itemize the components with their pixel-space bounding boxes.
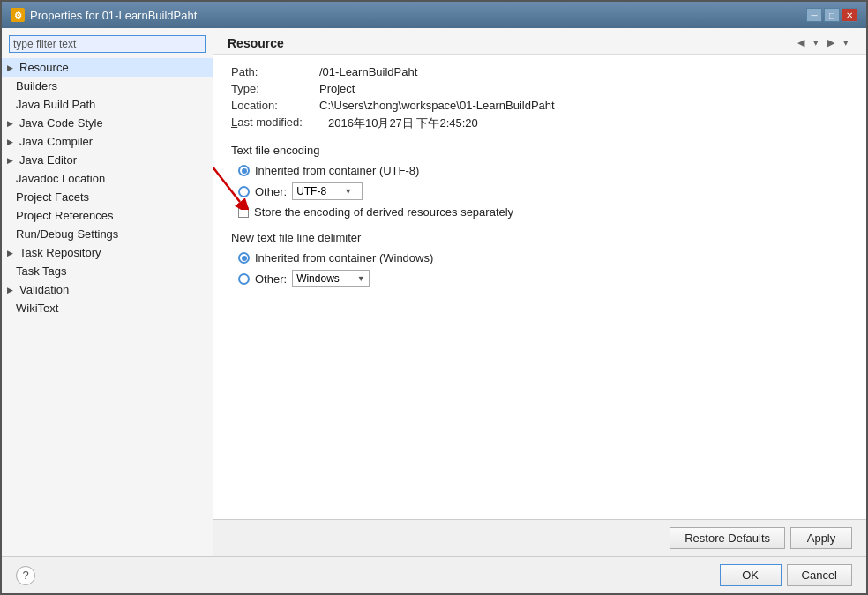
properties-dialog: ⚙ Properties for 01-LearnBuildPaht ─ □ ✕…: [0, 0, 868, 595]
expand-arrow-icon: ▶: [7, 138, 16, 146]
type-value: Project: [319, 82, 355, 95]
path-row: Path: /01-LearnBuildPaht: [231, 65, 849, 78]
sidebar-item-wikitext[interactable]: WikiText: [2, 299, 213, 317]
nav-arrows: ◀ ▾ ▶ ▾: [794, 35, 852, 50]
apply-button[interactable]: Apply: [790, 527, 852, 549]
expand-arrow-icon: ▶: [7, 156, 16, 165]
titlebar-controls[interactable]: ─ □ ✕: [806, 8, 857, 22]
titlebar-title: Properties for 01-LearnBuildPaht: [30, 9, 197, 22]
sidebar-item-run-debug-settings[interactable]: Run/Debug Settings: [2, 225, 213, 243]
location-value: C:\Users\zhong\workspace\01-LearnBuildPa…: [319, 99, 555, 112]
content-panel: Resource ◀ ▾ ▶ ▾ Path: /01-LearnBuildPah…: [213, 28, 866, 556]
sidebar-item-label: Validation: [19, 283, 69, 296]
sidebar-item-task-tags[interactable]: Task Tags: [2, 262, 213, 280]
sidebar-item-java-compiler[interactable]: ▶ Java Compiler: [2, 132, 213, 151]
titlebar-left: ⚙ Properties for 01-LearnBuildPaht: [11, 8, 197, 22]
path-value: /01-LearnBuildPaht: [319, 65, 417, 78]
main-content: ▶ Resource Builders Java Build Path ▶ Ja…: [2, 28, 866, 556]
bottom-right-buttons: Restore Defaults Apply: [670, 527, 852, 549]
encoding-inherited-radio[interactable]: [238, 165, 250, 176]
nav-back-button[interactable]: ◀: [794, 35, 808, 50]
titlebar: ⚙ Properties for 01-LearnBuildPaht ─ □ ✕: [2, 2, 866, 28]
encoding-dropdown-arrow-icon: ▼: [344, 187, 352, 196]
store-encoding-label: Store the encoding of derived resources …: [254, 205, 513, 219]
delimiter-other-label: Other:: [255, 272, 287, 286]
sidebar-item-label: Java Editor: [19, 153, 77, 167]
content-title: Resource: [228, 36, 284, 50]
minimize-button[interactable]: ─: [806, 8, 822, 22]
encoding-dropdown-value: UTF-8: [296, 185, 326, 197]
sidebar-item-project-references[interactable]: Project References: [2, 206, 213, 225]
sidebar-item-label: Resource: [19, 61, 69, 74]
nav-forward-button[interactable]: ▶: [824, 35, 838, 50]
sidebar-item-label: Java Build Path: [16, 98, 95, 111]
ok-button[interactable]: OK: [720, 564, 782, 586]
delimiter-other-row: Other: Windows ▼: [238, 270, 849, 287]
dialog-icon: ⚙: [11, 8, 25, 22]
line-delimiter-radio-group: Inherited from container (Windows) Other…: [238, 251, 849, 287]
encoding-dropdown[interactable]: UTF-8 ▼: [292, 182, 363, 200]
sidebar-item-builders[interactable]: Builders: [2, 77, 213, 95]
sidebar-item-javadoc-location[interactable]: Javadoc Location: [2, 169, 213, 188]
store-encoding-checkbox[interactable]: [238, 207, 249, 218]
delimiter-other-radio[interactable]: [238, 273, 250, 285]
expand-arrow-icon: ▶: [7, 119, 16, 128]
store-encoding-area: Store the encoding of derived resources …: [238, 205, 849, 219]
content-body: Path: /01-LearnBuildPaht Type: Project L…: [213, 55, 866, 519]
sidebar: ▶ Resource Builders Java Build Path ▶ Ja…: [2, 28, 213, 556]
location-label: Location:: [231, 99, 319, 112]
sidebar-item-label: Java Compiler: [19, 135, 93, 148]
sidebar-item-label: Java Code Style: [19, 116, 103, 130]
encoding-other-radio[interactable]: [238, 186, 250, 197]
sidebar-item-validation[interactable]: ▶ Validation: [2, 280, 213, 299]
sidebar-item-label: Javadoc Location: [16, 172, 105, 185]
text-encoding-radio-group: Inherited from container (UTF-8) Other: …: [238, 164, 849, 200]
close-button[interactable]: ✕: [842, 8, 857, 22]
delimiter-inherited-row: Inherited from container (Windows): [238, 251, 849, 264]
expand-arrow-icon: ▶: [7, 286, 16, 294]
last-modified-value: 2016年10月27日 下午2:45:20: [328, 115, 478, 131]
line-delimiter-section: New text file line delimiter: [231, 231, 849, 244]
expand-arrow-icon: ▶: [7, 63, 16, 72]
nav-down-button[interactable]: ▾: [810, 35, 822, 50]
cancel-button[interactable]: Cancel: [787, 564, 852, 586]
footer-right-buttons: OK Cancel: [720, 564, 852, 586]
path-label: Path:: [231, 65, 319, 78]
type-row: Type: Project: [231, 82, 849, 95]
sidebar-item-label: Task Repository: [19, 246, 101, 259]
sidebar-item-java-build-path[interactable]: Java Build Path: [2, 95, 213, 114]
restore-defaults-button[interactable]: Restore Defaults: [670, 527, 785, 549]
sidebar-item-java-editor[interactable]: ▶ Java Editor: [2, 151, 213, 169]
footer-bar: ? OK Cancel: [2, 556, 866, 593]
sidebar-item-task-repository[interactable]: ▶ Task Repository: [2, 243, 213, 262]
line-ending-dropdown[interactable]: Windows ▼: [292, 270, 370, 287]
text-encoding-section: Text file encoding: [231, 144, 849, 157]
nav-down2-button[interactable]: ▾: [840, 35, 852, 50]
store-encoding-row: Store the encoding of derived resources …: [238, 205, 849, 219]
delimiter-inherited-label: Inherited from container (Windows): [255, 251, 433, 264]
type-label: Type:: [231, 82, 319, 95]
sidebar-item-label: Project Facets: [16, 190, 89, 204]
line-delimiter-label: New text file line delimiter: [231, 231, 361, 244]
sidebar-item-resource[interactable]: ▶ Resource: [2, 58, 213, 77]
encoding-other-row: Other: UTF-8 ▼: [238, 182, 849, 200]
bottom-bar: Restore Defaults Apply: [213, 519, 866, 556]
location-row: Location: C:\Users\zhong\workspace\01-Le…: [231, 99, 849, 112]
content-header: Resource ◀ ▾ ▶ ▾: [213, 28, 866, 55]
sidebar-item-java-code-style[interactable]: ▶ Java Code Style: [2, 114, 213, 132]
filter-input[interactable]: [9, 35, 206, 53]
sidebar-item-label: Task Tags: [16, 264, 67, 278]
sidebar-item-project-facets[interactable]: Project Facets: [2, 188, 213, 206]
encoding-inherited-row: Inherited from container (UTF-8): [238, 164, 849, 177]
encoding-other-label: Other:: [255, 185, 287, 198]
last-modified-row: Last modified: 2016年10月27日 下午2:45:20: [231, 115, 849, 131]
sidebar-item-label: Run/Debug Settings: [16, 227, 118, 241]
help-button[interactable]: ?: [16, 566, 35, 585]
delimiter-inherited-radio[interactable]: [238, 252, 250, 264]
line-ending-dropdown-arrow-icon: ▼: [357, 274, 365, 283]
svg-line-1: [213, 166, 240, 202]
encoding-inherited-label: Inherited from container (UTF-8): [255, 164, 419, 177]
expand-arrow-icon: ▶: [7, 249, 16, 257]
text-encoding-label: Text file encoding: [231, 144, 319, 157]
maximize-button[interactable]: □: [824, 8, 840, 22]
